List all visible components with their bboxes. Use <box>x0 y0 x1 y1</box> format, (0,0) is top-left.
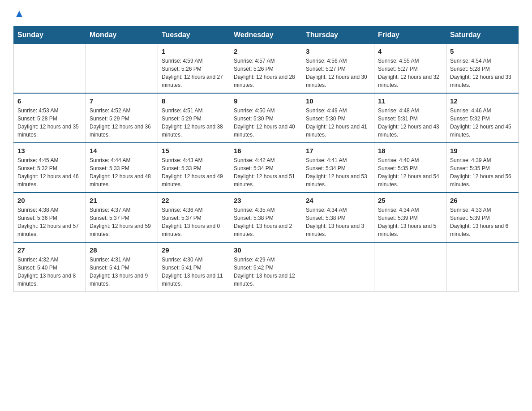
calendar-cell: 24Sunrise: 4:34 AMSunset: 5:38 PMDayligh… <box>302 193 374 242</box>
calendar-cell <box>446 242 519 292</box>
day-sun-info: Sunrise: 4:39 AMSunset: 5:35 PMDaylight:… <box>450 156 515 188</box>
day-sun-info: Sunrise: 4:35 AMSunset: 5:38 PMDaylight:… <box>234 206 298 238</box>
logo-triangle-icon <box>14 9 24 19</box>
day-sun-info: Sunrise: 4:36 AMSunset: 5:37 PMDaylight:… <box>162 206 226 238</box>
weekday-header-friday: Friday <box>374 26 446 44</box>
day-number: 10 <box>306 97 370 105</box>
calendar-cell: 23Sunrise: 4:35 AMSunset: 5:38 PMDayligh… <box>230 193 302 242</box>
calendar-cell: 26Sunrise: 4:33 AMSunset: 5:39 PMDayligh… <box>446 193 519 242</box>
day-sun-info: Sunrise: 4:56 AMSunset: 5:27 PMDaylight:… <box>306 57 370 89</box>
day-sun-info: Sunrise: 4:59 AMSunset: 5:26 PMDaylight:… <box>162 57 226 89</box>
calendar-cell <box>374 242 446 292</box>
calendar-cell: 3Sunrise: 4:56 AMSunset: 5:27 PMDaylight… <box>302 44 374 94</box>
calendar-cell: 25Sunrise: 4:34 AMSunset: 5:39 PMDayligh… <box>374 193 446 242</box>
day-sun-info: Sunrise: 4:48 AMSunset: 5:31 PMDaylight:… <box>378 107 442 139</box>
day-sun-info: Sunrise: 4:38 AMSunset: 5:36 PMDaylight:… <box>17 206 82 238</box>
day-number: 16 <box>234 147 298 154</box>
day-sun-info: Sunrise: 4:46 AMSunset: 5:32 PMDaylight:… <box>450 107 515 139</box>
day-sun-info: Sunrise: 4:37 AMSunset: 5:37 PMDaylight:… <box>90 206 154 238</box>
calendar-cell: 4Sunrise: 4:55 AMSunset: 5:27 PMDaylight… <box>374 44 446 94</box>
calendar-cell: 6Sunrise: 4:53 AMSunset: 5:28 PMDaylight… <box>14 93 86 143</box>
svg-marker-0 <box>16 11 22 17</box>
day-sun-info: Sunrise: 4:34 AMSunset: 5:39 PMDaylight:… <box>378 206 442 238</box>
day-sun-info: Sunrise: 4:54 AMSunset: 5:28 PMDaylight:… <box>450 57 515 89</box>
calendar-cell: 28Sunrise: 4:31 AMSunset: 5:41 PMDayligh… <box>86 242 158 292</box>
day-number: 15 <box>162 147 226 154</box>
day-number: 23 <box>234 197 298 204</box>
day-number: 5 <box>450 47 515 55</box>
day-sun-info: Sunrise: 4:51 AMSunset: 5:29 PMDaylight:… <box>162 107 226 139</box>
day-sun-info: Sunrise: 4:43 AMSunset: 5:33 PMDaylight:… <box>162 156 226 188</box>
weekday-header-sunday: Sunday <box>14 26 86 44</box>
day-number: 6 <box>17 97 82 105</box>
calendar-week-row: 20Sunrise: 4:38 AMSunset: 5:36 PMDayligh… <box>14 193 519 242</box>
calendar-cell <box>86 44 158 94</box>
calendar-cell: 2Sunrise: 4:57 AMSunset: 5:26 PMDaylight… <box>230 44 302 94</box>
calendar-cell: 14Sunrise: 4:44 AMSunset: 5:33 PMDayligh… <box>86 143 158 193</box>
day-number: 30 <box>234 246 298 254</box>
calendar-cell: 9Sunrise: 4:50 AMSunset: 5:30 PMDaylight… <box>230 93 302 143</box>
day-number: 24 <box>306 197 370 204</box>
calendar-cell: 11Sunrise: 4:48 AMSunset: 5:31 PMDayligh… <box>374 93 446 143</box>
weekday-header-tuesday: Tuesday <box>158 26 230 44</box>
calendar-cell: 16Sunrise: 4:42 AMSunset: 5:34 PMDayligh… <box>230 143 302 193</box>
calendar-cell: 8Sunrise: 4:51 AMSunset: 5:29 PMDaylight… <box>158 93 230 143</box>
day-number: 19 <box>450 147 515 154</box>
weekday-header-wednesday: Wednesday <box>230 26 302 44</box>
calendar-cell <box>14 44 86 94</box>
day-sun-info: Sunrise: 4:49 AMSunset: 5:30 PMDaylight:… <box>306 107 370 139</box>
page-header <box>13 9 519 19</box>
day-number: 13 <box>17 147 82 154</box>
day-sun-info: Sunrise: 4:50 AMSunset: 5:30 PMDaylight:… <box>234 107 298 139</box>
calendar-cell: 17Sunrise: 4:41 AMSunset: 5:34 PMDayligh… <box>302 143 374 193</box>
day-sun-info: Sunrise: 4:57 AMSunset: 5:26 PMDaylight:… <box>234 57 298 89</box>
calendar-cell: 10Sunrise: 4:49 AMSunset: 5:30 PMDayligh… <box>302 93 374 143</box>
calendar-cell: 30Sunrise: 4:29 AMSunset: 5:42 PMDayligh… <box>230 242 302 292</box>
day-sun-info: Sunrise: 4:40 AMSunset: 5:35 PMDaylight:… <box>378 156 442 188</box>
day-number: 9 <box>234 97 298 105</box>
day-number: 8 <box>162 97 226 105</box>
calendar-cell <box>302 242 374 292</box>
weekday-header-saturday: Saturday <box>446 26 519 44</box>
day-number: 4 <box>378 47 442 55</box>
day-number: 7 <box>90 97 154 105</box>
day-sun-info: Sunrise: 4:41 AMSunset: 5:34 PMDaylight:… <box>306 156 370 188</box>
day-number: 29 <box>162 246 226 254</box>
day-number: 2 <box>234 47 298 55</box>
day-sun-info: Sunrise: 4:44 AMSunset: 5:33 PMDaylight:… <box>90 156 154 188</box>
day-number: 22 <box>162 197 226 204</box>
day-sun-info: Sunrise: 4:53 AMSunset: 5:28 PMDaylight:… <box>17 107 82 139</box>
day-sun-info: Sunrise: 4:42 AMSunset: 5:34 PMDaylight:… <box>234 156 298 188</box>
calendar-cell: 5Sunrise: 4:54 AMSunset: 5:28 PMDaylight… <box>446 44 519 94</box>
day-sun-info: Sunrise: 4:33 AMSunset: 5:39 PMDaylight:… <box>450 206 515 238</box>
calendar-cell: 12Sunrise: 4:46 AMSunset: 5:32 PMDayligh… <box>446 93 519 143</box>
calendar-cell: 19Sunrise: 4:39 AMSunset: 5:35 PMDayligh… <box>446 143 519 193</box>
calendar-cell: 7Sunrise: 4:52 AMSunset: 5:29 PMDaylight… <box>86 93 158 143</box>
day-number: 18 <box>378 147 442 154</box>
calendar-cell: 22Sunrise: 4:36 AMSunset: 5:37 PMDayligh… <box>158 193 230 242</box>
calendar-table: SundayMondayTuesdayWednesdayThursdayFrid… <box>13 26 519 292</box>
weekday-header-monday: Monday <box>86 26 158 44</box>
day-number: 17 <box>306 147 370 154</box>
calendar-week-row: 13Sunrise: 4:45 AMSunset: 5:32 PMDayligh… <box>14 143 519 193</box>
day-number: 3 <box>306 47 370 55</box>
day-number: 21 <box>90 197 154 204</box>
calendar-cell: 15Sunrise: 4:43 AMSunset: 5:33 PMDayligh… <box>158 143 230 193</box>
day-number: 28 <box>90 246 154 254</box>
day-number: 12 <box>450 97 515 105</box>
day-sun-info: Sunrise: 4:31 AMSunset: 5:41 PMDaylight:… <box>90 256 154 288</box>
logo <box>13 9 24 19</box>
calendar-week-row: 6Sunrise: 4:53 AMSunset: 5:28 PMDaylight… <box>14 93 519 143</box>
day-number: 20 <box>17 197 82 204</box>
day-sun-info: Sunrise: 4:34 AMSunset: 5:38 PMDaylight:… <box>306 206 370 238</box>
day-sun-info: Sunrise: 4:52 AMSunset: 5:29 PMDaylight:… <box>90 107 154 139</box>
weekday-header-thursday: Thursday <box>302 26 374 44</box>
day-sun-info: Sunrise: 4:30 AMSunset: 5:41 PMDaylight:… <box>162 256 226 288</box>
day-sun-info: Sunrise: 4:45 AMSunset: 5:32 PMDaylight:… <box>17 156 82 188</box>
calendar-week-row: 27Sunrise: 4:32 AMSunset: 5:40 PMDayligh… <box>14 242 519 292</box>
calendar-cell: 29Sunrise: 4:30 AMSunset: 5:41 PMDayligh… <box>158 242 230 292</box>
day-number: 1 <box>162 47 226 55</box>
calendar-cell: 1Sunrise: 4:59 AMSunset: 5:26 PMDaylight… <box>158 44 230 94</box>
day-number: 27 <box>17 246 82 254</box>
day-sun-info: Sunrise: 4:32 AMSunset: 5:40 PMDaylight:… <box>17 256 82 288</box>
